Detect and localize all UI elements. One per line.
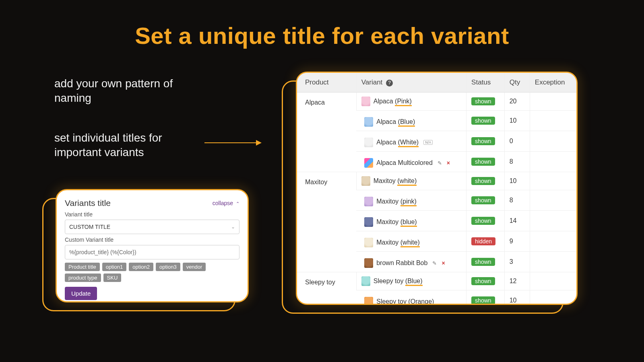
variants-table-panel: Product Variant ? Status Qty Exception A…	[296, 72, 578, 305]
variant-name: brown Rabbit Bob	[376, 259, 427, 267]
token-chip[interactable]: Product title	[65, 263, 100, 271]
token-chip[interactable]: option1	[102, 263, 127, 271]
table-row: MaxitoyMaxitoy (white)shown10	[297, 172, 576, 190]
cell-product: Sleepy toy	[297, 272, 356, 305]
cell-qty: 8	[504, 190, 530, 211]
th-exception: Exception	[530, 73, 576, 93]
token-chip[interactable]: product type	[65, 274, 101, 282]
custom-title-input[interactable]: %{product_title} (%{Color})	[65, 245, 239, 259]
cell-exception	[530, 290, 576, 305]
status-badge: shown	[471, 258, 495, 266]
custom-title-input-value: %{product_title} (%{Color})	[69, 249, 136, 255]
chevron-down-icon: ⌄	[231, 224, 235, 230]
status-badge: hidden	[471, 237, 495, 245]
blurb-individual: set individual titles for important vari…	[54, 131, 183, 160]
table-row: AlpacaAlpaca (Pink)shown20	[297, 93, 576, 111]
cell-qty: 0	[504, 131, 530, 152]
edit-icon[interactable]: ✎	[432, 260, 437, 266]
status-badge: shown	[471, 217, 495, 225]
cell-exception	[530, 172, 576, 190]
token-chip[interactable]: SKU	[103, 274, 122, 282]
cell-qty: 10	[504, 111, 530, 131]
variant-thumb	[364, 197, 373, 206]
variants-table: Product Variant ? Status Qty Exception A…	[297, 73, 576, 305]
cell-variant: Alpaca (Blue)	[356, 111, 466, 131]
cell-status: shown	[466, 290, 505, 305]
cell-status: shown	[466, 172, 505, 190]
variant-thumb	[364, 117, 373, 127]
edit-icon[interactable]: ✎	[438, 160, 442, 166]
token-chip[interactable]: vendor	[183, 263, 206, 271]
variant-title-label: Variant title	[65, 211, 239, 218]
cell-variant: Alpaca (White)N/A	[356, 131, 466, 152]
cell-exception	[530, 272, 576, 290]
cell-variant: Sleepy toy (Blue)	[356, 272, 466, 290]
variant-thumb	[361, 176, 370, 186]
variant-name: Alpaca (White)	[376, 139, 419, 146]
remove-icon[interactable]: ×	[447, 160, 450, 166]
variants-tbody: AlpacaAlpaca (Pink)shown20Alpaca (Blue)s…	[297, 93, 576, 305]
custom-title-label: Custom Variant title	[65, 237, 239, 243]
blurb-pattern: add your own pattern of naming	[54, 76, 187, 106]
cell-exception	[530, 111, 576, 131]
variant-thumb	[361, 276, 370, 286]
cell-variant: Alpaca (Pink)	[356, 93, 466, 111]
cell-status: hidden	[466, 231, 505, 252]
cell-status: shown	[466, 211, 505, 231]
remove-icon[interactable]: ×	[442, 260, 445, 266]
th-status: Status	[466, 73, 505, 93]
token-chip[interactable]: option3	[156, 263, 180, 271]
cell-exception	[530, 152, 576, 172]
token-chip[interactable]: option2	[129, 263, 153, 271]
th-variant-label: Variant	[361, 78, 383, 86]
help-icon[interactable]: ?	[386, 80, 393, 86]
cell-product: Alpaca	[297, 93, 356, 172]
status-badge: shown	[471, 296, 495, 304]
arrow-right-icon	[204, 142, 261, 143]
variant-name: Alpaca (Pink)	[374, 98, 412, 105]
na-badge: N/A	[423, 140, 433, 145]
collapse-toggle[interactable]: collapse ⌃	[213, 200, 239, 206]
cell-product: Maxitoy	[297, 172, 356, 272]
variant-title-select[interactable]: CUSTOM TITLE ⌄	[65, 220, 239, 234]
th-variant: Variant ?	[356, 73, 466, 93]
cell-variant: brown Rabbit Bob✎×	[356, 252, 466, 272]
collapse-label: collapse	[213, 200, 233, 206]
page-headline: Set a unique title for each variant	[0, 22, 644, 49]
variants-title-panel: Variants title collapse ⌃ Variant title …	[56, 189, 249, 302]
status-badge: shown	[471, 158, 495, 166]
cell-variant: Maxitoy (white)	[356, 172, 466, 190]
cell-qty: 10	[504, 172, 530, 190]
variant-thumb	[364, 217, 373, 227]
cell-exception	[530, 231, 576, 252]
cell-qty: 20	[504, 93, 530, 111]
cell-variant: Maxitoy (blue)	[356, 211, 466, 231]
cell-status: shown	[466, 272, 505, 290]
variant-thumb	[364, 138, 373, 147]
cell-exception	[530, 211, 576, 231]
token-chips: Product titleoption1option2option3vendor…	[65, 263, 239, 282]
cell-exception	[530, 252, 576, 272]
cell-exception	[530, 131, 576, 152]
cell-exception	[530, 190, 576, 211]
cell-status: shown	[466, 190, 505, 211]
variant-name: Alpaca (Blue)	[376, 118, 415, 125]
cell-qty: 3	[504, 252, 530, 272]
cell-variant: Alpaca Multicolored✎×	[356, 152, 466, 172]
variant-title-select-value: CUSTOM TITLE	[69, 224, 110, 230]
status-badge: shown	[471, 277, 495, 285]
cell-status: shown	[466, 252, 505, 272]
cell-qty: 8	[504, 152, 530, 172]
variant-name: Maxitoy (white)	[376, 239, 420, 246]
cell-exception	[530, 93, 576, 111]
cell-status: shown	[466, 131, 505, 152]
cell-qty: 9	[504, 231, 530, 252]
status-badge: shown	[471, 117, 495, 125]
variant-thumb	[364, 297, 373, 305]
variant-name: Sleepy toy (Blue)	[374, 278, 423, 285]
cell-variant: Sleepy toy (Orange)	[356, 290, 466, 305]
variant-thumb	[364, 258, 373, 268]
variant-name: Sleepy toy (Orange)	[376, 298, 434, 305]
update-button[interactable]: Update	[65, 287, 97, 300]
cell-qty: 12	[504, 272, 530, 290]
